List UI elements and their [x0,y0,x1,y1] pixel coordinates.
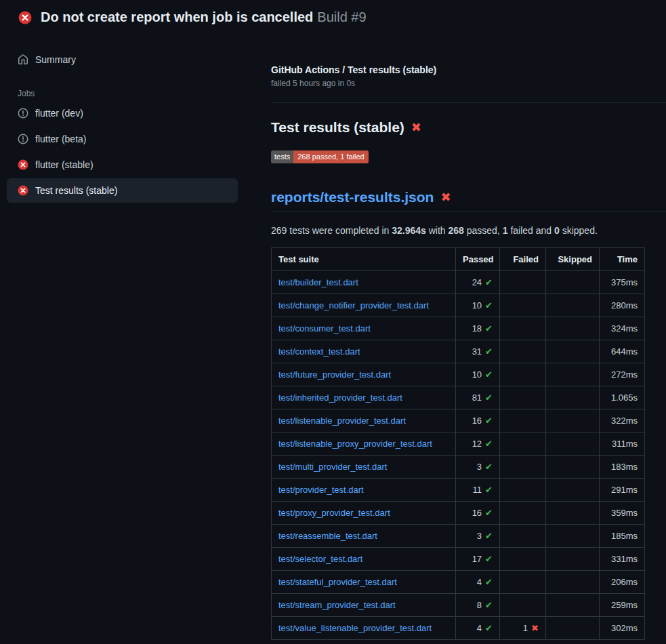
sidebar-item-summary[interactable]: Summary [7,48,238,71]
time-cell: 322ms [600,409,645,432]
suite-link[interactable]: test/selector_test.dart [278,554,362,564]
check-icon: ✔ [485,531,493,541]
stat-cell: 31✔ [456,340,500,363]
check-icon: ✔ [485,277,493,287]
suite-link[interactable]: test/context_test.dart [278,346,360,357]
table-row: test/reassemble_test.dart3✔185ms [272,525,645,548]
summary-passed-count: 268 [449,225,464,236]
stat-cell [500,525,546,548]
sidebar-item-job[interactable]: flutter (stable) [7,153,238,177]
stat-cell [500,317,546,340]
check-icon: ✔ [485,300,493,310]
stat-cell [500,294,546,317]
stat-cell: 3✔ [456,525,500,548]
report-link[interactable]: reports/test-results.json [271,189,434,205]
stat-cell: 8✔ [456,594,500,617]
stat-value: 10 [472,300,482,310]
stat-cell [500,456,546,479]
suite-cell: test/inherited_provider_test.dart [272,386,456,409]
stat-cell [500,409,546,432]
table-row: test/selector_test.dart17✔331ms [272,548,645,571]
suite-cell: test/value_listenable_provider_test.dart [272,617,456,640]
stat-value: 8 [477,600,482,610]
suite-link[interactable]: test/inherited_provider_test.dart [278,393,402,403]
table-row: test/inherited_provider_test.dart81✔1.06… [272,386,645,409]
stat-cell [546,456,600,479]
stat-value: 17 [472,554,482,564]
table-row: test/proxy_provider_test.dart16✔359ms [272,502,645,525]
suite-link[interactable]: test/reassemble_test.dart [278,531,377,541]
sidebar-item-job[interactable]: flutter (dev) [7,101,238,125]
suite-cell: test/change_notifier_provider_test.dart [272,294,456,317]
suite-link[interactable]: test/provider_test.dart [278,485,364,495]
stat-cell: 11✔ [456,479,500,502]
home-icon [18,54,28,65]
table-row: test/future_provider_test.dart10✔272ms [272,363,645,386]
alert-circle-icon [18,134,28,144]
suite-link[interactable]: test/listenable_provider_test.dart [278,416,406,426]
sidebar-item-job[interactable]: Test results (stable) [7,178,238,203]
stat-cell: 1✖ [500,617,546,640]
stat-value: 16 [472,416,482,426]
stat-cell: 3✔ [456,456,500,479]
stat-value: 1 [523,623,528,633]
cross-mark-icon: ✖ [411,121,421,134]
suite-link[interactable]: test/future_provider_test.dart [278,369,391,380]
time-cell: 206ms [600,571,645,594]
stat-cell [500,548,546,571]
time-cell: 291ms [600,479,645,502]
suite-link[interactable]: test/proxy_provider_test.dart [278,508,390,518]
section-title-text: Test results (stable) [271,119,404,136]
section-title: Test results (stable) ✖ [271,119,666,136]
suite-link[interactable]: test/consumer_test.dart [278,323,371,334]
suite-link[interactable]: test/value_listenable_provider_test.dart [278,623,432,633]
stat-cell [546,409,600,432]
suite-link[interactable]: test/stateful_provider_test.dart [278,577,397,587]
stat-cell: 24✔ [456,271,500,294]
check-icon: ✔ [485,462,493,472]
time-cell: 280ms [600,294,645,317]
suite-cell: test/consumer_test.dart [272,317,456,340]
time-cell: 183ms [600,456,645,479]
stat-cell [546,271,600,294]
suite-cell: test/future_provider_test.dart [272,363,456,386]
stat-cell [546,571,600,594]
check-icon: ✔ [485,600,493,610]
suite-cell: test/listenable_provider_test.dart [272,409,456,432]
table-row: test/stream_provider_test.dart8✔259ms [272,594,645,617]
suite-link[interactable]: test/multi_provider_test.dart [278,462,387,472]
summary-text: with [426,225,449,236]
stat-cell: 16✔ [456,502,500,525]
summary-skipped-count: 0 [554,225,560,236]
suite-cell: test/proxy_provider_test.dart [272,502,456,525]
table-row: test/listenable_proxy_provider_test.dart… [272,432,645,456]
stat-value: 18 [472,323,482,334]
header: Do not create report when job is cancell… [0,0,666,35]
cross-mark-icon: ✖ [440,191,451,203]
table-row: test/multi_provider_test.dart3✔183ms [272,456,645,479]
sidebar-item-job[interactable]: flutter (beta) [7,127,238,151]
check-icon: ✔ [485,485,493,495]
suite-cell: test/provider_test.dart [272,479,456,502]
time-cell: 324ms [600,317,645,340]
stat-cell [546,594,600,617]
x-circle-icon [18,185,28,196]
suite-link[interactable]: test/change_notifier_provider_test.dart [278,300,429,310]
x-circle-icon [18,159,28,170]
summary-text: skipped. [560,225,598,236]
suite-cell: test/reassemble_test.dart [272,525,456,548]
suite-link[interactable]: test/listenable_proxy_provider_test.dart [278,439,432,449]
summary-label: Summary [35,54,76,65]
suite-link[interactable]: test/stream_provider_test.dart [278,600,396,610]
check-icon: ✔ [485,623,493,633]
table-row: test/context_test.dart31✔644ms [272,340,645,363]
stat-cell [546,479,600,502]
time-cell: 331ms [600,548,645,571]
time-cell: 302ms [600,617,645,640]
stat-cell [500,502,546,525]
stat-cell: 10✔ [456,294,500,317]
suite-link[interactable]: test/builder_test.dart [278,277,358,287]
stat-cell: 17✔ [456,548,500,571]
job-label: Test results (stable) [35,185,117,196]
alert-circle-icon [18,108,28,119]
